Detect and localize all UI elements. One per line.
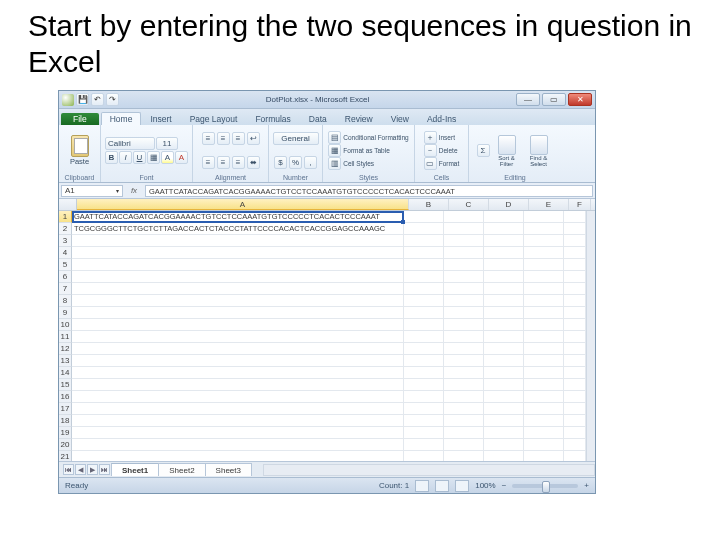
cell-D19[interactable] bbox=[484, 427, 524, 438]
cell-F11[interactable] bbox=[564, 331, 586, 342]
cell-C11[interactable] bbox=[444, 331, 484, 342]
format-cells-icon[interactable]: ▭ bbox=[424, 157, 437, 170]
find-select-icon[interactable] bbox=[530, 135, 548, 155]
row-header-5[interactable]: 5 bbox=[59, 259, 72, 271]
cell-E9[interactable] bbox=[524, 307, 564, 318]
tab-formulas[interactable]: Formulas bbox=[246, 112, 299, 125]
cell-E20[interactable] bbox=[524, 439, 564, 450]
cell-B15[interactable] bbox=[404, 379, 444, 390]
cell-D12[interactable] bbox=[484, 343, 524, 354]
row-header-10[interactable]: 10 bbox=[59, 319, 72, 331]
cell-A20[interactable] bbox=[72, 439, 404, 450]
qat-redo-icon[interactable]: ↷ bbox=[106, 93, 119, 106]
cell-C19[interactable] bbox=[444, 427, 484, 438]
cell-D14[interactable] bbox=[484, 367, 524, 378]
view-layout-button[interactable] bbox=[435, 480, 449, 492]
tab-home[interactable]: Home bbox=[101, 112, 142, 125]
cell-F3[interactable] bbox=[564, 235, 586, 246]
cell-B16[interactable] bbox=[404, 391, 444, 402]
cell-E1[interactable] bbox=[524, 211, 564, 222]
bold-button[interactable]: B bbox=[105, 151, 118, 164]
cell-E19[interactable] bbox=[524, 427, 564, 438]
cell-A7[interactable] bbox=[72, 283, 404, 294]
cell-F2[interactable] bbox=[564, 223, 586, 234]
row-header-13[interactable]: 13 bbox=[59, 355, 72, 367]
file-tab[interactable]: File bbox=[61, 113, 99, 125]
row-header-4[interactable]: 4 bbox=[59, 247, 72, 259]
cell-A3[interactable] bbox=[72, 235, 404, 246]
qat-save-icon[interactable]: 💾 bbox=[76, 93, 89, 106]
zoom-in-button[interactable]: + bbox=[584, 481, 589, 490]
tab-insert[interactable]: Insert bbox=[141, 112, 180, 125]
cell-D9[interactable] bbox=[484, 307, 524, 318]
cell-E12[interactable] bbox=[524, 343, 564, 354]
format-cells-label[interactable]: Format bbox=[439, 160, 460, 167]
cell-C12[interactable] bbox=[444, 343, 484, 354]
cell-C20[interactable] bbox=[444, 439, 484, 450]
format-as-table-icon[interactable]: ▦ bbox=[328, 144, 341, 157]
row-header-20[interactable]: 20 bbox=[59, 439, 72, 451]
qat-undo-icon[interactable]: ↶ bbox=[91, 93, 104, 106]
cell-F12[interactable] bbox=[564, 343, 586, 354]
zoom-slider[interactable] bbox=[512, 484, 578, 488]
conditional-formatting-icon[interactable]: ▤ bbox=[328, 131, 341, 144]
cell-F6[interactable] bbox=[564, 271, 586, 282]
align-right-button[interactable]: ≡ bbox=[232, 156, 245, 169]
cell-F20[interactable] bbox=[564, 439, 586, 450]
cell-C8[interactable] bbox=[444, 295, 484, 306]
cell-B10[interactable] bbox=[404, 319, 444, 330]
cell-B12[interactable] bbox=[404, 343, 444, 354]
cell-F19[interactable] bbox=[564, 427, 586, 438]
cell-E5[interactable] bbox=[524, 259, 564, 270]
zoom-out-button[interactable]: − bbox=[502, 481, 507, 490]
row-header-8[interactable]: 8 bbox=[59, 295, 72, 307]
cell-A11[interactable] bbox=[72, 331, 404, 342]
number-format-selector[interactable]: General bbox=[273, 132, 319, 145]
cell-D17[interactable] bbox=[484, 403, 524, 414]
sheet-tab-2[interactable]: Sheet2 bbox=[158, 463, 205, 476]
column-header-d[interactable]: D bbox=[489, 199, 529, 210]
align-bot-button[interactable]: ≡ bbox=[232, 132, 245, 145]
cell-A21[interactable] bbox=[72, 451, 404, 461]
horizontal-scrollbar[interactable] bbox=[263, 464, 595, 476]
cell-E7[interactable] bbox=[524, 283, 564, 294]
cell-E17[interactable] bbox=[524, 403, 564, 414]
row-header-1[interactable]: 1 bbox=[59, 211, 72, 223]
cell-F18[interactable] bbox=[564, 415, 586, 426]
sheet-tab-3[interactable]: Sheet3 bbox=[205, 463, 252, 476]
cell-B21[interactable] bbox=[404, 451, 444, 461]
cell-B6[interactable] bbox=[404, 271, 444, 282]
cell-F8[interactable] bbox=[564, 295, 586, 306]
cell-D15[interactable] bbox=[484, 379, 524, 390]
column-header-f[interactable]: F bbox=[569, 199, 591, 210]
cell-A8[interactable] bbox=[72, 295, 404, 306]
cell-C10[interactable] bbox=[444, 319, 484, 330]
name-box[interactable]: A1 ▾ bbox=[61, 185, 123, 197]
cell-C14[interactable] bbox=[444, 367, 484, 378]
cell-C15[interactable] bbox=[444, 379, 484, 390]
paste-icon[interactable] bbox=[71, 135, 89, 157]
row-header-2[interactable]: 2 bbox=[59, 223, 72, 235]
vertical-scrollbar[interactable] bbox=[586, 211, 595, 461]
cell-C5[interactable] bbox=[444, 259, 484, 270]
cell-F14[interactable] bbox=[564, 367, 586, 378]
cell-A19[interactable] bbox=[72, 427, 404, 438]
sheet-nav-last-icon[interactable]: ⏭ bbox=[99, 464, 110, 475]
cell-E18[interactable] bbox=[524, 415, 564, 426]
cell-E6[interactable] bbox=[524, 271, 564, 282]
font-size-selector[interactable]: 11 bbox=[156, 137, 178, 150]
row-header-6[interactable]: 6 bbox=[59, 271, 72, 283]
sheet-nav-next-icon[interactable]: ▶ bbox=[87, 464, 98, 475]
cell-F5[interactable] bbox=[564, 259, 586, 270]
tab-view[interactable]: View bbox=[382, 112, 418, 125]
cell-styles-label[interactable]: Cell Styles bbox=[343, 160, 374, 167]
cell-A6[interactable] bbox=[72, 271, 404, 282]
cell-C2[interactable] bbox=[444, 223, 484, 234]
cell-C7[interactable] bbox=[444, 283, 484, 294]
cell-C16[interactable] bbox=[444, 391, 484, 402]
cell-C3[interactable] bbox=[444, 235, 484, 246]
cell-E21[interactable] bbox=[524, 451, 564, 461]
find-select-label[interactable]: Find & Select bbox=[524, 155, 554, 167]
wrap-text-button[interactable]: ↩ bbox=[247, 132, 260, 145]
cell-F9[interactable] bbox=[564, 307, 586, 318]
